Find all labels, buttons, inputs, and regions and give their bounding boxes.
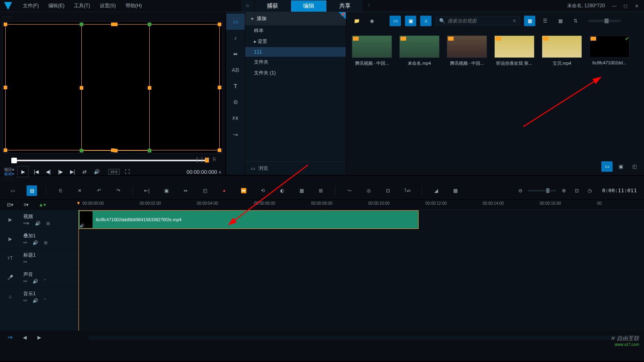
upload-button[interactable]: ↑	[363, 0, 375, 12]
tab-capture[interactable]: 捕获	[255, 0, 290, 12]
lib-opt3-icon[interactable]: ◰	[629, 161, 640, 172]
audio-tab-icon[interactable]: ♪	[226, 30, 245, 46]
title-tab-icon[interactable]: T	[226, 78, 245, 94]
filter-image-icon[interactable]: ▣	[405, 16, 416, 26]
sort-icon[interactable]: ⇅	[570, 16, 581, 26]
thumbnail-zoom-slider[interactable]	[588, 20, 621, 22]
paint-icon[interactable]: ▩	[450, 185, 460, 196]
overlay-tab-icon[interactable]: AB	[226, 62, 245, 78]
tab-share[interactable]: 共享	[327, 0, 363, 12]
zoom-in-icon[interactable]: ⊕	[559, 185, 569, 196]
timeline-tracks-area[interactable]: 6c8fc471002ddd0b6984156338276f2e.mp4 🔊	[78, 210, 644, 331]
close-icon[interactable]: ✕	[634, 3, 640, 9]
go-start-button[interactable]: |◀	[32, 167, 41, 176]
menu-edit[interactable]: 编辑(E)	[43, 1, 69, 11]
chroma-icon[interactable]: ◐	[277, 185, 287, 196]
track-voice[interactable]: 🎤 声音⚯🔊˅	[0, 268, 78, 287]
timeline-view-icon[interactable]: ▤	[27, 185, 37, 196]
stabilize-icon[interactable]: ⊡	[383, 185, 393, 196]
expand-icon[interactable]: ⛶	[123, 167, 132, 176]
add-track-icon[interactable]: +▾	[5, 332, 15, 343]
track-opts-icon[interactable]: ≡▾	[21, 200, 31, 210]
prev-frame-button[interactable]: ◀|	[44, 167, 53, 176]
storyboard-view-icon[interactable]: ▭	[7, 185, 18, 196]
go-end-button[interactable]: ▶|	[68, 167, 77, 176]
speed-icon[interactable]: ⏩	[238, 185, 249, 196]
media-item[interactable]: ✔ 6c8fc471002dd...	[589, 35, 630, 65]
menu-settings[interactable]: 设置(S)	[95, 1, 121, 11]
volume-button[interactable]: 🔊	[92, 167, 101, 176]
track-motion-icon[interactable]: ◎	[363, 185, 374, 196]
mark-in-icon[interactable]: [	[196, 156, 198, 162]
add-media-button[interactable]: +添加 📌	[245, 12, 346, 25]
playhead-icon[interactable]: ▼	[76, 200, 81, 208]
menu-help[interactable]: 帮助(H)	[121, 1, 147, 11]
track-music[interactable]: ♫ 音乐1⚯🔊˅	[0, 287, 78, 306]
menu-tool[interactable]: 工具(T)	[69, 1, 95, 11]
tree-sample[interactable]: 样本	[245, 25, 346, 36]
filter-video-icon[interactable]: ▭	[390, 16, 401, 26]
clear-search-icon[interactable]: ✕	[512, 18, 516, 24]
next-frame-button[interactable]: |▶	[56, 167, 65, 176]
tool-fix-icon[interactable]: ✕	[74, 185, 85, 196]
label-material[interactable]: 素材▾	[4, 172, 14, 176]
media-item[interactable]: 听说你喜欢我 第...	[494, 35, 535, 66]
media-item[interactable]: 宝贝.mp4	[542, 35, 582, 66]
zoom-out-icon[interactable]: ⊖	[515, 185, 526, 196]
tree-folder-1[interactable]: 文件夹 (1)	[245, 68, 346, 78]
lib-opt1-icon[interactable]: ▭	[601, 161, 613, 172]
maximize-icon[interactable]: ◻	[622, 3, 629, 9]
menu-file[interactable]: 文件(F)	[18, 1, 43, 11]
drag-handle-icon[interactable]: ::::::	[2, 14, 223, 21]
filter-audio-icon[interactable]: ♫	[420, 16, 431, 26]
scroll-left-icon[interactable]: ◀	[19, 332, 30, 343]
mask-icon[interactable]: ◢	[431, 185, 441, 196]
split-screen-icon[interactable]: ⊞	[316, 185, 326, 196]
cut-icon[interactable]: ✂	[206, 156, 210, 162]
view-thumb-icon[interactable]: ▦	[524, 16, 535, 26]
tree-folder[interactable]: 文件夹	[245, 57, 346, 68]
trim-icon[interactable]: ⇤|	[142, 185, 152, 196]
media-item[interactable]: 腾讯视频 - 中国...	[352, 35, 392, 66]
multi-cam-icon[interactable]: ▦	[296, 185, 307, 196]
track-video[interactable]: ▶ 视频⚯▾🔊⊞	[0, 210, 78, 229]
lib-opt2-icon[interactable]: ▣	[615, 161, 626, 172]
pan-icon[interactable]: ◰	[200, 185, 210, 196]
preview-scrubber[interactable]: [ ] ✂ ⎘	[2, 156, 223, 165]
loop-button[interactable]: ⇄	[80, 167, 89, 176]
tool-copy-icon[interactable]: ⎘	[55, 185, 66, 196]
aspect-ratio-button[interactable]: 16:9	[108, 169, 120, 175]
media-item[interactable]: 腾讯视频 - 中国...	[447, 35, 487, 66]
transition-tab-icon[interactable]: ⬌	[226, 46, 245, 62]
play-button[interactable]: ▶	[17, 166, 29, 177]
search-input[interactable]: 🔍 ✕	[436, 16, 520, 25]
import-icon[interactable]: 📁	[351, 16, 362, 26]
selection-inner[interactable]	[81, 24, 150, 151]
reverse-icon[interactable]: ⟲	[258, 185, 268, 196]
timeline-zoom-slider[interactable]	[528, 190, 556, 191]
timeline-hscroll[interactable]	[89, 335, 639, 339]
browse-button[interactable]: ▭ 浏览	[245, 161, 346, 175]
view-list-icon[interactable]: ☰	[539, 16, 551, 26]
tree-folder-111[interactable]: 111	[245, 47, 346, 57]
fit-icon[interactable]: ⊡	[572, 185, 582, 196]
motion-icon[interactable]: ⤳	[344, 185, 355, 196]
capture-icon[interactable]: ◉	[366, 16, 378, 26]
clock-icon[interactable]: ◷	[584, 185, 595, 196]
path-tab-icon[interactable]: ↝	[226, 126, 245, 142]
preview-canvas[interactable]	[2, 21, 223, 153]
media-item[interactable]: 未命名.mp4	[399, 35, 440, 66]
mark-out-icon[interactable]: ]	[201, 156, 202, 162]
track-menu-icon[interactable]: ⊟▾	[5, 200, 15, 210]
home-button[interactable]: ⌂	[241, 0, 254, 12]
timeline-ruler[interactable]: ▼ 00:00:00:00 00:00:02:00 00:00:04:00 00…	[78, 200, 644, 210]
split-icon[interactable]: ⎘	[213, 156, 216, 162]
tab-edit[interactable]: 编辑	[291, 0, 326, 12]
timecode-step-icon[interactable]: ♦	[219, 169, 221, 175]
track-add-icon[interactable]: ▲▾	[37, 200, 47, 210]
view-grid-icon[interactable]: ▦	[555, 16, 566, 26]
track-overlay[interactable]: ▶ 叠加1⚯🔊⊞	[0, 229, 78, 249]
record-icon[interactable]: ●	[219, 185, 229, 196]
drag-handle-icon[interactable]: ::::::	[229, 16, 241, 22]
minimize-icon[interactable]: —	[611, 3, 617, 9]
